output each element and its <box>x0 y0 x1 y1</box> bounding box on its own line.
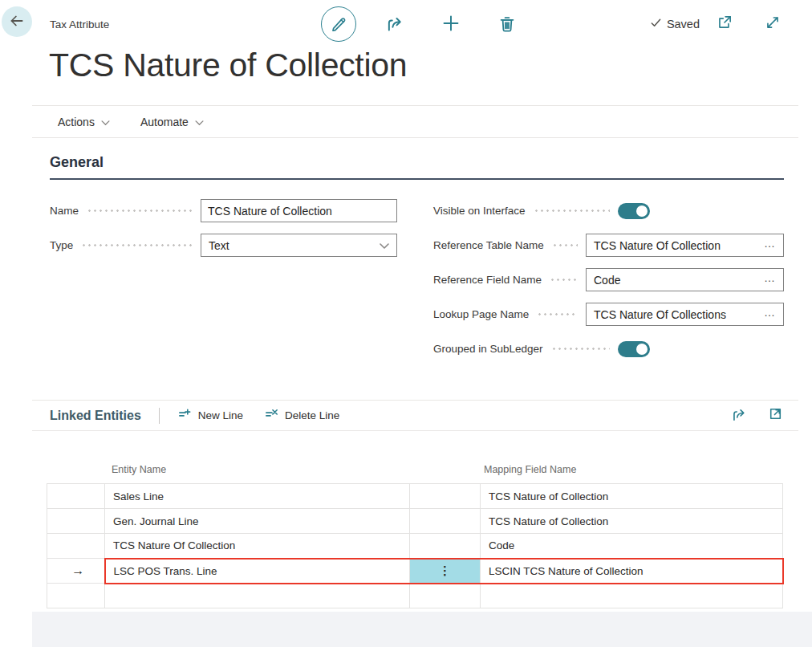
visible-on-interface-toggle[interactable] <box>618 203 650 219</box>
current-row-arrow-icon: → <box>71 564 84 577</box>
name-field-row: Name <box>50 199 397 222</box>
actions-menu[interactable]: Actions <box>58 116 110 128</box>
row-menu-cell[interactable] <box>410 484 481 509</box>
dotted-leader <box>550 279 578 281</box>
divider <box>159 408 160 424</box>
open-in-new-window-icon <box>716 14 733 35</box>
save-status: Saved <box>650 17 700 31</box>
dotted-leader <box>81 244 193 246</box>
assist-edit-icon[interactable]: … <box>764 238 776 254</box>
type-label: Type <box>50 239 73 251</box>
new-button[interactable] <box>441 14 461 35</box>
column-header-mapping-field-name[interactable]: Mapping Field Name <box>484 464 576 475</box>
entity-name-cell[interactable]: Gen. Journal Line <box>105 509 410 534</box>
type-select-value: Text <box>209 239 229 252</box>
assist-edit-icon[interactable]: … <box>764 307 776 323</box>
type-field-row: Type Text <box>50 234 397 257</box>
mapping-field-cell[interactable]: Code <box>481 534 783 559</box>
pencil-icon <box>330 14 347 35</box>
chevron-down-icon <box>380 239 389 252</box>
back-arrow-icon <box>8 12 26 32</box>
visible-on-interface-row: Visible on Interface <box>433 199 784 222</box>
grouped-in-subledger-toggle[interactable] <box>618 341 650 357</box>
automate-menu-label: Automate <box>140 116 189 128</box>
dotted-leader <box>551 348 610 350</box>
delete-line-icon <box>264 407 279 425</box>
toggle-knob <box>636 205 648 217</box>
reference-field-name-row: Reference Field Name Code … <box>433 268 784 291</box>
dotted-leader <box>537 313 578 315</box>
reference-field-name-label: Reference Field Name <box>433 274 542 286</box>
reference-field-name-field[interactable]: Code … <box>586 268 784 291</box>
grouped-in-subledger-row: Grouped in SubLedger <box>433 337 784 360</box>
plus-icon <box>441 13 461 36</box>
checkmark-icon <box>650 17 662 31</box>
share-part-button[interactable] <box>730 405 748 426</box>
entity-name-cell[interactable]: TCS Nature Of Collection <box>105 534 410 559</box>
reference-table-name-row: Reference Table Name TCS Nature Of Colle… <box>433 234 784 257</box>
table-row: Sales Line TCS Nature of Collection <box>47 484 783 509</box>
table-row-selected: → LSC POS Trans. Line ⋮ LSCIN TCS Nature… <box>47 559 783 584</box>
ellipsis-vertical-icon[interactable]: ⋮ <box>439 564 451 577</box>
share-button[interactable] <box>384 14 405 35</box>
actions-menu-label: Actions <box>58 116 95 128</box>
lookup-page-name-field[interactable]: TCS Nature Of Collections … <box>586 303 784 326</box>
table-row: Gen. Journal Line TCS Nature of Collecti… <box>47 509 783 534</box>
breadcrumb: Tax Attribute <box>50 18 109 31</box>
reference-table-name-label: Reference Table Name <box>433 239 544 251</box>
grid-column-headers: Entity Name Mapping Field Name <box>47 454 782 483</box>
linked-entities-heading: Linked Entities <box>50 409 141 423</box>
expand-diagonal-icon <box>764 14 782 35</box>
new-line-label: New Line <box>198 409 243 421</box>
action-menubar: Actions Automate <box>32 105 798 138</box>
content-background <box>32 612 812 647</box>
automate-menu[interactable]: Automate <box>140 116 204 128</box>
save-status-label: Saved <box>667 18 700 31</box>
new-line-button[interactable]: New Line <box>177 407 243 425</box>
reference-table-name-value: TCS Nature Of Collection <box>594 239 721 252</box>
reference-field-name-value: Code <box>594 274 620 287</box>
edit-button[interactable] <box>321 6 356 42</box>
mapping-field-cell[interactable]: LSCIN TCS Nature of Collection <box>481 559 783 584</box>
lookup-page-name-value: TCS Nature Of Collections <box>594 308 726 321</box>
grouped-in-subledger-label: Grouped in SubLedger <box>433 343 543 355</box>
table-row: TCS Nature Of Collection Code <box>47 534 783 559</box>
back-button[interactable] <box>2 6 32 37</box>
mapping-field-cell[interactable]: TCS Nature of Collection <box>481 509 783 534</box>
mapping-field-cell[interactable] <box>481 584 783 608</box>
share-icon <box>384 13 405 36</box>
type-select[interactable]: Text <box>201 234 397 257</box>
chevron-down-icon <box>195 116 204 128</box>
mapping-field-cell[interactable]: TCS Nature of Collection <box>481 484 783 509</box>
delete-line-button[interactable]: Delete Line <box>264 407 339 425</box>
row-selector-cell[interactable] <box>47 534 105 559</box>
page-title: TCS Nature of Collection <box>49 47 407 84</box>
dotted-leader <box>87 210 193 212</box>
row-menu-cell[interactable]: ⋮ <box>410 559 481 584</box>
entity-name-cell[interactable]: Sales Line <box>105 484 410 509</box>
delete-button[interactable] <box>497 14 518 35</box>
row-selector-cell[interactable] <box>47 484 105 509</box>
column-header-entity-name[interactable]: Entity Name <box>112 464 166 475</box>
entity-name-cell[interactable] <box>105 584 410 608</box>
assist-edit-icon[interactable]: … <box>764 272 776 288</box>
row-selector-cell[interactable] <box>47 584 105 608</box>
entity-name-cell[interactable]: LSC POS Trans. Line <box>105 559 410 584</box>
visible-on-interface-label: Visible on Interface <box>433 205 526 217</box>
row-menu-cell[interactable] <box>410 509 481 534</box>
trash-icon <box>497 14 517 35</box>
open-in-new-window-button[interactable] <box>716 14 733 35</box>
linked-entities-table: Sales Line TCS Nature of Collection Gen.… <box>47 483 784 608</box>
open-in-new-window-icon <box>767 405 784 425</box>
row-selector-cell[interactable]: → <box>47 559 105 584</box>
name-label: Name <box>50 205 79 217</box>
dotted-leader <box>534 210 610 212</box>
row-menu-cell[interactable] <box>410 584 481 608</box>
tax-attribute-page: Tax Attribute Saved <box>0 0 812 647</box>
row-selector-cell[interactable] <box>47 509 105 534</box>
open-part-in-new-window-button[interactable] <box>767 405 784 425</box>
expand-button[interactable] <box>764 14 782 35</box>
row-menu-cell[interactable] <box>410 534 481 559</box>
reference-table-name-field[interactable]: TCS Nature Of Collection … <box>586 234 784 257</box>
name-input[interactable] <box>201 199 397 222</box>
